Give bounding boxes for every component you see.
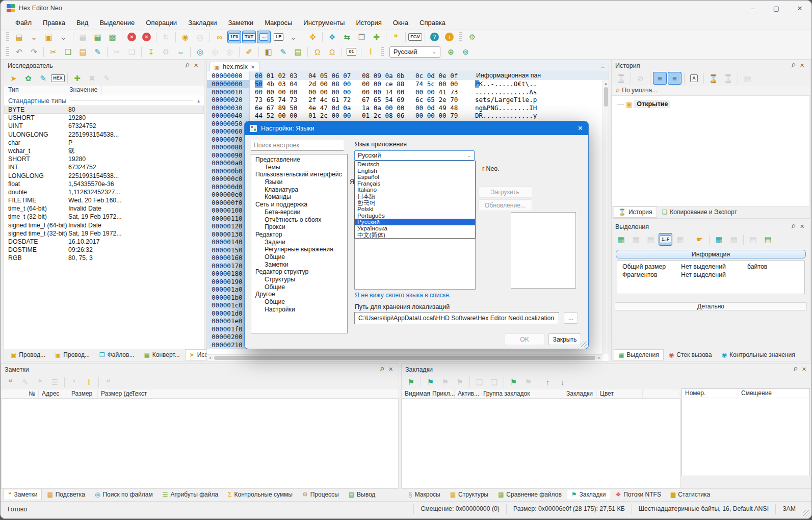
dock-tab[interactable]: ▦Подсветка [42, 489, 90, 500]
paste-icon[interactable]: ▤ [76, 45, 90, 58]
settings-tree-item[interactable]: Сеть и поддержка [251, 201, 347, 209]
torch-icon[interactable]: ➤ [7, 72, 20, 85]
import-bookmarks-icon[interactable]: ⚑ [507, 376, 520, 388]
hex-row[interactable]: 00000020 73 65 74 73 2f 4c 61 72 67 65 5… [207, 96, 609, 104]
dock-tab[interactable]: §Макросы [404, 489, 445, 500]
close-icon[interactable]: ✕ [386, 366, 395, 373]
flatten-icon[interactable]: ▤ [746, 233, 760, 246]
toolbar-icon[interactable] [425, 32, 425, 42]
type-row[interactable]: RGB80, 75, 3 [4, 254, 204, 262]
update-button[interactable]: Обновление... [478, 199, 532, 211]
settings-tree-item[interactable]: Заметки [251, 261, 347, 269]
settings-tree-item[interactable]: Языки [251, 178, 347, 186]
menu-item[interactable]: Операции [140, 17, 182, 28]
hex-row[interactable]: 00000010 00 00 00 00 00 00 00 00 00 00 1… [207, 88, 609, 96]
dock-tab[interactable]: ▆Статистика [666, 489, 715, 500]
load-selection-icon[interactable]: ▦ [727, 233, 741, 246]
prev-bookmark-icon[interactable]: ⚑ [453, 376, 467, 388]
insert-icon[interactable]: ↧ [144, 45, 158, 58]
structures-icon[interactable]: ❖ [325, 31, 339, 43]
language-option[interactable]: Polski [355, 206, 475, 213]
notes-list-icon[interactable]: ☰ [48, 376, 62, 388]
binary-view-icon[interactable]: 01 [345, 45, 358, 58]
close-icon[interactable]: ✕ [192, 62, 200, 69]
lock-icon[interactable]: Ω [310, 45, 324, 58]
fill-icon[interactable]: ◧ [261, 45, 275, 58]
info-header[interactable]: Информация [616, 250, 806, 258]
settings-tree-item[interactable]: Прокси [251, 223, 347, 231]
type-row[interactable]: DOSDATE16.10.2017 [4, 238, 204, 246]
toolbar-icon[interactable] [342, 47, 342, 57]
settings-tree-item[interactable]: Общие [251, 253, 347, 261]
column-header[interactable]: Цвет [597, 389, 643, 398]
link-icon[interactable]: ∞ [213, 31, 226, 43]
status-segment[interactable]: ЗАМ [775, 504, 802, 514]
default-branch-label[interactable]: По умолча... [622, 87, 657, 94]
add-bookmark-icon[interactable]: ⚑ [404, 376, 418, 388]
panel-tab[interactable]: ◉Контрольные значения [717, 349, 800, 360]
undo-icon[interactable]: ↶ [12, 45, 26, 58]
type-row[interactable]: time_t (32-bit)Sat, 19 Feb 1972... [4, 213, 204, 221]
find-next-icon[interactable]: ◎ [208, 45, 222, 58]
toolbar-icon[interactable] [504, 377, 504, 387]
panel-tab[interactable]: ▦Конверт... [139, 349, 184, 360]
toolbar-icon[interactable] [405, 32, 406, 42]
toolbar-icon[interactable] [381, 47, 384, 57]
maximize-button[interactable]: ▢ [765, 1, 788, 16]
panel-tab[interactable]: ▦Выделения [614, 349, 664, 360]
resize-grip[interactable] [803, 510, 809, 516]
bookmark-list-icon[interactable]: ⚑ [424, 376, 437, 388]
history-item[interactable]: — ▣ Открытие [612, 96, 809, 108]
toolbar-icon[interactable] [322, 32, 323, 42]
menu-item[interactable]: Окна [387, 17, 414, 28]
load-button[interactable]: Загрузить [478, 186, 532, 198]
type-row[interactable]: UINT67324752 [4, 122, 204, 130]
tree-branches-icon[interactable]: ≡ [668, 72, 682, 85]
toolbar-icon[interactable] [459, 32, 462, 42]
settings-tree-item[interactable]: Структуры [251, 276, 347, 283]
horizontal-scrollbar[interactable]: ◄ ► [207, 354, 603, 361]
menu-item[interactable]: Заметки [222, 17, 259, 28]
panel-tab[interactable]: ▣Провод... [6, 349, 50, 360]
dock-tab[interactable]: ⚙Процессы [298, 489, 344, 500]
settings-tree-item[interactable]: Другое [251, 291, 347, 298]
import-history-icon[interactable]: ⌛ [721, 72, 735, 85]
settings-tree-item[interactable]: Бета-версии [251, 209, 347, 216]
column-header[interactable]: Прикл... [429, 389, 455, 398]
new-file-caret[interactable]: ⌄ [27, 31, 41, 43]
toolbar-icon[interactable] [743, 235, 744, 245]
language-combo[interactable]: Русский ⌄ [389, 46, 440, 58]
fit-columns-icon[interactable]: ✥ [306, 31, 320, 43]
type-row[interactable]: wchar_t䭐 [4, 147, 204, 155]
comments-panel-icon[interactable]: ❝ [389, 31, 403, 43]
dock-tab[interactable]: ▤Вывод [344, 489, 380, 500]
language-option[interactable]: Українська [355, 225, 475, 232]
localization-path-input[interactable] [354, 312, 559, 324]
tab-close-icon[interactable]: ✕ [251, 64, 255, 70]
save-icon[interactable]: ▦ [76, 31, 90, 43]
palette-icon[interactable]: ✿ [21, 72, 35, 85]
language-option[interactable]: 中文(简体) [355, 232, 475, 239]
column-header[interactable]: Текст [128, 389, 150, 398]
menu-item[interactable]: Файл [10, 17, 37, 28]
text-view-toggle[interactable]: TXT [242, 31, 256, 43]
menu-item[interactable]: История [350, 17, 387, 28]
tree-view-icon[interactable]: ≡ [653, 72, 667, 85]
hex-row[interactable]: 00000030 6e 67 89 50 4e 47 0d 0a 1a 0a 0… [207, 104, 609, 112]
export-history-icon[interactable]: ⌛ [706, 72, 720, 85]
paste-special-icon[interactable]: ❏ [125, 45, 139, 58]
toolbar-icon[interactable] [239, 47, 240, 57]
status-segment[interactable]: Размер: 0x00006e0f (28 175): 27,51 КБ [506, 504, 632, 514]
browse-button[interactable]: ... [564, 313, 578, 324]
dock-tab[interactable]: ⚑Закладки [567, 489, 611, 500]
column-header[interactable]: Адрес [39, 389, 68, 398]
dock-tab[interactable]: ▦Сравнение файлов [493, 489, 566, 500]
open-folder-caret[interactable]: ⌄ [57, 31, 70, 43]
panel-menu-icon[interactable]: ≡ [600, 62, 605, 70]
language-option[interactable]: Español [355, 174, 475, 180]
language-option[interactable]: Deutsch [355, 161, 475, 168]
type-row[interactable]: charP [4, 139, 204, 147]
type-row[interactable]: signed time_t (32-bit)Sat, 19 Feb 1972..… [4, 229, 204, 238]
column-header[interactable]: № [1, 389, 39, 398]
menu-item[interactable]: Выделение [94, 17, 140, 28]
